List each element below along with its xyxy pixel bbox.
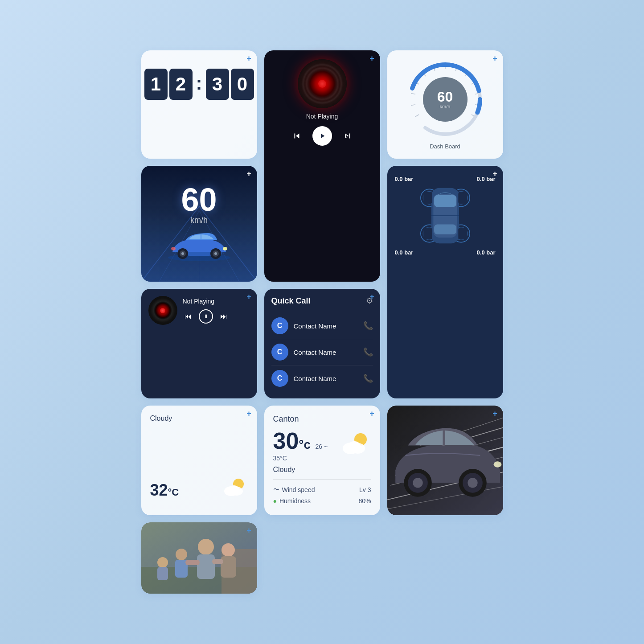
dashboard-gauge-widget: + <box>387 50 503 159</box>
svg-rect-42 <box>458 192 467 204</box>
tire-fl-reading: 0.0 bar <box>395 176 414 182</box>
speed-display: 60 km/h <box>141 166 257 282</box>
clock-digit-h1: 1 <box>144 69 168 100</box>
tire-rl-reading: 0.0 bar <box>395 249 414 256</box>
clock-display: 1 2 : 3 0 <box>148 57 250 111</box>
svg-rect-41 <box>423 192 432 204</box>
svg-point-71 <box>198 539 214 555</box>
weather-small-temp-unit: °C <box>168 487 179 498</box>
svg-rect-43 <box>423 228 432 240</box>
wind-icon: 〜 <box>273 486 279 494</box>
svg-rect-78 <box>157 567 168 580</box>
next-button-small[interactable]: ⏭ <box>218 311 229 322</box>
vinyl-glow <box>293 55 351 113</box>
prev-button-large[interactable] <box>290 129 304 143</box>
family-photo-widget: + <box>141 522 257 594</box>
pause-button-small[interactable]: ⏸ <box>199 309 213 324</box>
wind-speed-row: 〜 Wind speed Lv 3 <box>273 484 371 496</box>
contact-row-1: C Contact Name 📞 <box>271 313 373 339</box>
family-photo-add-button[interactable]: + <box>245 526 254 535</box>
svg-line-0 <box>415 115 419 117</box>
next-button-large[interactable] <box>341 129 354 143</box>
call-button-1[interactable]: 📞 <box>363 321 373 331</box>
weather-large-temp-value: 30 <box>273 428 299 454</box>
humidity-label: Humidness <box>279 497 311 505</box>
clock-add-button[interactable]: + <box>245 54 254 63</box>
svg-point-25 <box>214 252 217 255</box>
tire-car-top-svg <box>414 180 476 251</box>
svg-rect-44 <box>458 228 467 240</box>
music-status-small: Not Playing <box>183 298 250 305</box>
music-player-large-widget: + Not Playing <box>264 50 380 282</box>
svg-rect-38 <box>434 195 456 207</box>
svg-point-63 <box>413 478 422 488</box>
weather-large-add-button[interactable]: + <box>368 409 377 418</box>
svg-point-66 <box>468 478 477 488</box>
tire-car-view: 0.0 bar 0.0 bar <box>393 171 498 260</box>
weather-large-icon <box>340 431 371 459</box>
svg-line-1 <box>411 105 415 106</box>
wind-speed-value: Lv 3 <box>359 486 371 493</box>
music-large-add-button[interactable]: + <box>368 54 377 63</box>
quick-call-header: Quick Call ⚙ <box>271 296 373 306</box>
weather-large-condition: Cloudy <box>273 466 371 474</box>
clock-digit-m1: 3 <box>206 69 229 100</box>
quick-call-add-button[interactable]: + <box>368 292 377 301</box>
weather-large-temp-display: 30°c 26 ~ 35°C <box>273 427 340 462</box>
humidity-value: 80% <box>358 497 371 505</box>
play-button-large[interactable] <box>312 126 332 146</box>
car-racing-photo <box>387 406 503 515</box>
contact-row-2: C Contact Name 📞 <box>271 339 373 365</box>
music-status-large: Not Playing <box>306 113 338 120</box>
car-photo-add-button[interactable]: + <box>491 409 500 418</box>
weather-small-condition: Cloudy <box>150 414 248 422</box>
weather-small-widget: + Cloudy 32°C <box>141 406 257 515</box>
weather-main-row: 30°c 26 ~ 35°C <box>273 427 371 462</box>
tire-pressure-widget: + 0.0 bar 0.0 bar <box>387 166 503 398</box>
svg-point-48 <box>229 485 239 493</box>
dashboard-label: Dash Board <box>430 143 460 150</box>
svg-point-26 <box>223 247 227 250</box>
weather-large-temp-unit: °c <box>299 438 311 451</box>
music-small-controls: ⏮ ⏸ ⏭ <box>183 309 250 324</box>
tire-rr-reading: 0.0 bar <box>477 249 496 256</box>
gauge-add-button[interactable]: + <box>491 54 500 63</box>
clock-colon: : <box>195 73 203 96</box>
svg-point-22 <box>181 252 184 255</box>
svg-point-67 <box>493 461 501 467</box>
dashboard-grid: + 1 2 : 3 0 + Not Playing <box>128 37 517 607</box>
quick-call-widget: + Quick Call ⚙ C Contact Name 📞 C Contac… <box>264 289 380 398</box>
clock-minutes: 3 0 <box>206 69 254 100</box>
clock-hours: 1 2 <box>144 69 193 100</box>
svg-rect-39 <box>434 225 456 234</box>
clock-widget: + 1 2 : 3 0 <box>141 50 257 159</box>
svg-point-75 <box>176 549 187 560</box>
vinyl-record-large <box>298 59 347 108</box>
svg-point-77 <box>157 557 168 568</box>
weather-small-icon <box>222 474 248 506</box>
call-button-2[interactable]: 📞 <box>363 347 373 357</box>
gauge-unit: km/h <box>440 104 451 109</box>
speed-car-widget: + 60 km/h <box>141 166 257 282</box>
svg-rect-72 <box>197 554 215 579</box>
call-button-3[interactable]: 📞 <box>363 373 373 383</box>
svg-line-2 <box>411 93 415 94</box>
contact-name-2: Contact Name <box>294 349 363 356</box>
weather-small-add-button[interactable]: + <box>245 409 254 418</box>
gauge-speed-value: 60 <box>437 90 453 104</box>
contact-row-3: C Contact Name 📞 <box>271 365 373 391</box>
svg-point-52 <box>348 441 361 451</box>
humidity-icon: ● <box>273 497 277 505</box>
gauge-circle: 60 km/h <box>405 59 485 139</box>
prev-button-small[interactable]: ⏮ <box>183 311 193 322</box>
contact-avatar-3: C <box>271 370 288 387</box>
music-small-info: Not Playing ⏮ ⏸ ⏭ <box>183 298 250 324</box>
gauge-center: 60 km/h <box>423 77 468 122</box>
music-small-add-button[interactable]: + <box>245 292 254 301</box>
family-photo-image <box>141 522 257 594</box>
music-small-content: Not Playing ⏮ ⏸ ⏭ <box>141 289 257 332</box>
weather-large-widget: + Canton 30°c 26 ~ 35°C Cloudy <box>264 406 380 515</box>
clock-digit-m2: 0 <box>231 69 254 100</box>
weather-small-temp-value: 32 <box>150 481 168 499</box>
weather-details: 〜 Wind speed Lv 3 ● Humidness 80% <box>273 479 371 506</box>
